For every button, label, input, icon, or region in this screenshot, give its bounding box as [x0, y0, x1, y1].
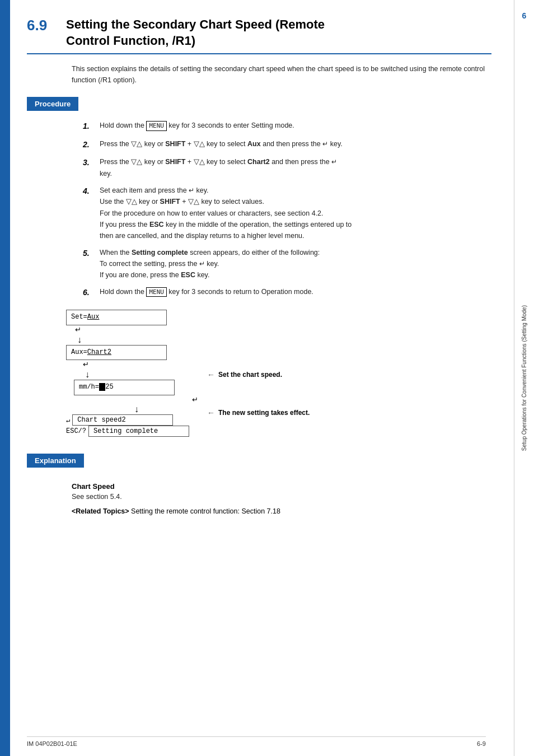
intro-text: This section explains the details of set… [72, 63, 491, 86]
related-text: Setting the remote control function: Sec… [131, 507, 280, 515]
updown-arrow-3: ▽△ [131, 157, 142, 166]
explanation-body: See section 5.4. [72, 493, 491, 501]
note-text-2: The new setting takes effect. [218, 409, 310, 417]
enter-arrow-1: ↵ ↓ [75, 325, 82, 345]
step-number-5: 5. [83, 247, 95, 259]
enter-left-icon: ↵ [66, 416, 70, 424]
updown-arrow-4b: ▽△ [188, 197, 199, 206]
esc-label: ESC/? [66, 427, 86, 435]
diagram-flow: Set=Aux ↵ ↓ Aux=Chart2 [66, 310, 198, 437]
note-chart-speed: ← Set the chart speed. [207, 370, 310, 379]
step-content-6: Hold down the MENU key for 3 seconds to … [100, 286, 313, 297]
footer-right: 6-9 [477, 740, 486, 747]
left-accent-bar [0, 0, 10, 756]
enter-icon-2: ↵ [83, 360, 89, 368]
note-arrow-2: ← [207, 408, 215, 417]
explanation-heading: Chart Speed [72, 482, 491, 491]
footer-left: IM 04P02B01-01E [27, 740, 77, 747]
aux-highlight: Aux [87, 313, 100, 321]
updown-arrow-2: ▽△ [131, 139, 142, 148]
section-header: 6.9 Setting the Secondary Chart Speed (R… [27, 17, 491, 54]
step-number-2: 2. [83, 138, 95, 151]
cursor-block [99, 383, 105, 391]
diagram-notes: ← Set the chart speed. ← The new setting… [207, 310, 310, 417]
screen-chart-speed2: Chart speed2 [72, 414, 173, 426]
step-2: 2. Press the ▽△ key or SHIFT + ▽△ key to… [83, 138, 491, 151]
note-new-setting: ← The new setting takes effect. [207, 408, 310, 417]
diagram-area: Set=Aux ↵ ↓ Aux=Chart2 [66, 310, 491, 437]
enter-sym-5: ↵ [199, 260, 205, 268]
sidebar-text: Setup Operations for Convenient Function… [521, 305, 528, 451]
section-title: Setting the Secondary Chart Speed (Remot… [66, 17, 325, 49]
step-number-3: 3. [83, 156, 95, 169]
screen-mmh: mm/h= 25 [74, 380, 175, 395]
step-1: 1. Hold down the MENU key for 3 seconds … [83, 120, 491, 132]
step-5: 5. When the Setting complete screen appe… [83, 247, 491, 281]
right-sidebar: 6 Setup Operations for Convenient Functi… [514, 0, 534, 756]
step-4: 4. Set each item and press the ↵ key. Us… [83, 185, 491, 241]
menu-key-6: MENU [146, 287, 167, 297]
screen-setting-complete: Setting complete [88, 426, 189, 437]
down-arrow-1: ↓ [77, 335, 82, 344]
enter-sym-4: ↵ [189, 186, 194, 194]
related-topics: <Related Topics> Setting the remote cont… [72, 507, 491, 515]
diagram-row-3: mm/h= 25 [74, 380, 175, 395]
step-content-2: Press the ▽△ key or SHIFT + ▽△ key to se… [100, 138, 343, 150]
sidebar-number: 6 [522, 11, 527, 20]
step-content-1: Hold down the MENU key for 3 seconds to … [100, 120, 294, 131]
menu-key: MENU [146, 121, 167, 130]
step-6: 6. Hold down the MENU key for 3 seconds … [83, 286, 491, 298]
step-content-4: Set each item and press the ↵ key. Use t… [100, 185, 352, 241]
down-arrow-3: ↓ [134, 404, 139, 414]
enter-sym-2: ↵ [322, 140, 328, 148]
updown-arrow-3b: ▽△ [194, 157, 205, 166]
main-content: 6.9 Setting the Secondary Chart Speed (R… [10, 0, 514, 756]
note-arrow-1: ← [207, 370, 215, 379]
step-content-3: Press the ▽△ key or SHIFT + ▽△ key to se… [100, 156, 337, 179]
enter-icon-1: ↵ [75, 325, 81, 334]
related-label: <Related Topics> [72, 507, 129, 515]
page-wrapper: 6.9 Setting the Secondary Chart Speed (R… [0, 0, 534, 756]
diagram-final-screens: ↵ Chart speed2 ESC/? Setting complete [66, 414, 189, 437]
updown-arrow-2b: ▽△ [194, 139, 205, 148]
enter-sym-3: ↵ [331, 158, 337, 166]
page-footer: IM 04P02B01-01E 6-9 [27, 736, 486, 747]
step-number-1: 1. [83, 120, 95, 132]
down-arrow-2: ↓ [85, 370, 90, 379]
diagram-row-2: Aux=Chart2 [66, 345, 167, 361]
procedure-label: Procedure [27, 97, 78, 111]
step-number-4: 4. [83, 185, 95, 197]
enter-arrow-2: ↵ ↓ [83, 360, 90, 380]
diagram-row-1: Set=Aux [66, 310, 167, 325]
screen-set-aux: Set=Aux [66, 310, 167, 325]
steps-container: 1. Hold down the MENU key for 3 seconds … [83, 120, 491, 298]
enter-icon-3: ↵ [192, 395, 198, 404]
updown-arrow-4: ▽△ [126, 197, 137, 206]
step-content-5: When the Setting complete screen appears… [100, 247, 320, 281]
explanation-label: Explanation [27, 454, 84, 468]
note-text-1: Set the chart speed. [218, 371, 282, 379]
screen-aux-chart2: Aux=Chart2 [66, 345, 167, 361]
explanation-content: Chart Speed See section 5.4. <Related To… [72, 482, 491, 515]
step-3: 3. Press the ▽△ key or SHIFT + ▽△ key to… [83, 156, 491, 179]
step-number-6: 6. [83, 286, 95, 298]
enter-arrow-3: ↵ ↓ [75, 395, 198, 415]
section-number: 6.9 [27, 17, 55, 34]
chart2-highlight: Chart2 [87, 348, 111, 356]
